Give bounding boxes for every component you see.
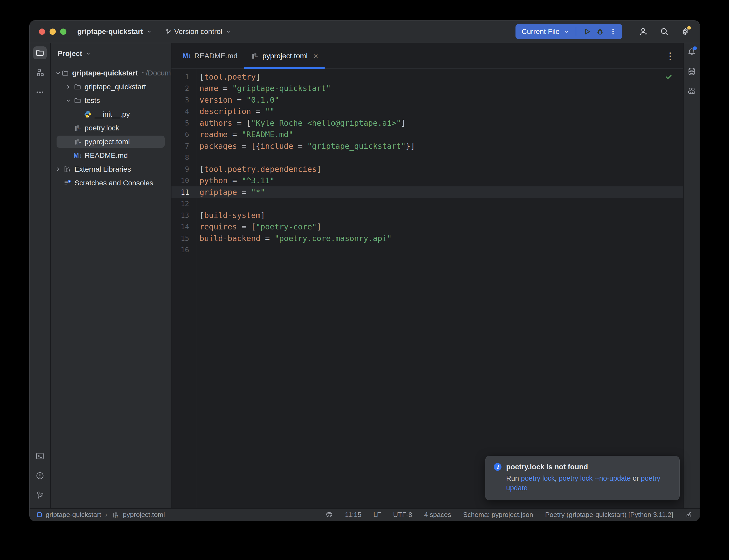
chevron-down-icon[interactable]	[55, 70, 61, 76]
tree-item-pyproject-toml[interactable]: [T]pyproject.toml	[51, 135, 171, 149]
divider	[576, 27, 576, 36]
indent-widget[interactable]: 4 spaces	[424, 511, 451, 519]
tree-item-label: External Libraries	[74, 165, 131, 173]
code-line-10[interactable]: 10python = "^3.11"	[171, 175, 683, 187]
toml-icon: [T]	[74, 138, 81, 146]
git-branch-icon	[36, 491, 44, 500]
code-line-15[interactable]: 15build-backend = "poetry.core.masonry.a…	[171, 233, 683, 244]
encoding-widget[interactable]: UTF-8	[393, 511, 412, 519]
chevron-right-icon[interactable]	[65, 84, 74, 90]
folder-icon	[36, 48, 44, 57]
search-everywhere-button[interactable]	[660, 27, 669, 36]
notification-balloon: i poetry.lock is not found Run poetry lo…	[485, 456, 680, 500]
copilot-status-button[interactable]	[325, 511, 333, 519]
more-run-options-button[interactable]	[608, 27, 618, 36]
tree-item-readme-md[interactable]: M↓README.md	[51, 149, 171, 162]
caret-position-widget[interactable]: 11:15	[345, 511, 361, 519]
close-tab-icon[interactable]: ×	[313, 52, 318, 60]
version-control-tool-button[interactable]	[33, 489, 47, 502]
desktop: { "titlebar": { "project_button": "gript…	[0, 0, 729, 560]
settings-button[interactable]	[681, 27, 690, 36]
vcs-widget[interactable]: Version control	[165, 27, 231, 36]
code-line-8[interactable]: 8	[171, 152, 683, 164]
project-tool-button[interactable]	[33, 46, 47, 59]
terminal-tool-button[interactable]	[33, 450, 47, 463]
problems-tool-button[interactable]	[33, 469, 47, 482]
code-line-12[interactable]: 12	[171, 198, 683, 210]
poetry-lock-no-update-link[interactable]: poetry lock --no-update	[559, 474, 631, 482]
chevron-down-icon	[225, 29, 231, 34]
svg-text:[T]: [T]	[77, 142, 81, 145]
run-widget: Current File	[516, 24, 622, 39]
run-configuration-button[interactable]: Current File	[522, 27, 560, 36]
project-panel-header[interactable]: Project	[51, 43, 171, 64]
code-line-14[interactable]: 14requires = ["poetry-core"]	[171, 221, 683, 233]
breadcrumb-project[interactable]: griptape-quickstart	[46, 511, 101, 519]
poetry-lock-link[interactable]: poetry lock	[521, 474, 555, 482]
close-window-button[interactable]	[39, 29, 45, 35]
problems-icon	[36, 471, 44, 480]
tree-item-label: poetry.lock	[85, 124, 119, 132]
schema-widget[interactable]: Schema: pyproject.json	[463, 511, 533, 519]
markdown-icon: M↓	[183, 52, 191, 60]
zoom-window-button[interactable]	[60, 29, 66, 35]
chevron-down-icon[interactable]	[65, 97, 74, 104]
code-line-11[interactable]: 11griptape = "*"	[171, 186, 683, 198]
database-button[interactable]	[687, 67, 696, 76]
code-line-6[interactable]: 6readme = "README.md"	[171, 129, 683, 141]
code-with-me-button[interactable]	[639, 27, 648, 36]
code-line-9[interactable]: 9[tool.poetry.dependencies]	[171, 163, 683, 175]
inspections-ok-icon[interactable]	[665, 73, 672, 80]
chevron-right-icon[interactable]	[55, 166, 64, 172]
run-button[interactable]	[582, 27, 592, 36]
tree-item-external-libraries[interactable]: External Libraries	[51, 162, 171, 176]
tree-item-init-py[interactable]: __init__.py	[51, 107, 171, 121]
notifications-button[interactable]	[687, 47, 696, 56]
structure-tool-button[interactable]	[33, 66, 47, 79]
code-line-16[interactable]: 16	[171, 244, 683, 256]
line-number: 3	[171, 96, 196, 104]
code-text: [build-system]	[196, 211, 265, 220]
tab-readme-md[interactable]: M↓README.md	[176, 43, 244, 68]
breadcrumb-file[interactable]: pyproject.toml	[123, 511, 165, 519]
tree-item-label: README.md	[85, 151, 128, 160]
code-editor[interactable]: 1[tool.poetry]2name = "griptape-quicksta…	[171, 69, 683, 508]
code-line-1[interactable]: 1[tool.poetry]	[171, 71, 683, 83]
tab-options-button[interactable]: ⋮	[665, 51, 675, 61]
git-branch-icon	[165, 29, 171, 34]
folder-icon	[61, 69, 69, 77]
notification-body: Run poetry lock, poetry lock --no-update…	[506, 474, 672, 493]
line-separator-widget[interactable]: LF	[373, 511, 381, 519]
line-number: 8	[171, 153, 196, 162]
code-line-2[interactable]: 2name = "griptape-quickstart"	[171, 83, 683, 94]
ai-assistant-button[interactable]	[687, 87, 696, 96]
project-tree: griptape-quickstart~/Documegriptape_quic…	[51, 64, 171, 190]
code-text: python = "^3.11"	[196, 176, 274, 185]
code-line-5[interactable]: 5authors = ["Kyle Roche <hello@griptape.…	[171, 117, 683, 129]
code-line-7[interactable]: 7packages = [{include = "griptape_quicks…	[171, 140, 683, 152]
more-tool-windows-button[interactable]	[33, 86, 47, 99]
info-icon: i	[494, 463, 502, 471]
tree-item-griptape-quickstart[interactable]: griptape_quickstart	[51, 80, 171, 94]
left-tool-strip	[30, 43, 51, 508]
code-line-13[interactable]: 13[build-system]	[171, 209, 683, 221]
structure-icon	[36, 68, 44, 77]
project-panel: Project griptape-quickstart~/Documegript…	[51, 43, 171, 508]
tab-pyproject-toml[interactable]: [T]pyproject.toml×	[244, 43, 325, 68]
tree-item-tests[interactable]: tests	[51, 94, 171, 107]
interpreter-widget[interactable]: Poetry (griptape-quickstart) [Python 3.1…	[545, 511, 673, 519]
tree-item-poetry-lock[interactable]: [T]poetry.lock	[51, 121, 171, 135]
project-widget[interactable]: griptape-quickstart	[77, 27, 152, 36]
tab-label: pyproject.toml	[262, 52, 307, 60]
readonly-toggle[interactable]	[685, 511, 693, 519]
tree-item-griptape-quickstart[interactable]: griptape-quickstart~/Docume	[51, 66, 171, 80]
code-line-4[interactable]: 4description = ""	[171, 106, 683, 117]
window-controls	[39, 29, 66, 35]
debug-button[interactable]	[595, 27, 605, 36]
chevron-down-icon	[146, 29, 152, 34]
code-line-3[interactable]: 3version = "0.1.0"	[171, 94, 683, 106]
tree-item-scratches-and-consoles[interactable]: Scratches and Consoles	[51, 176, 171, 190]
breadcrumbs: griptape-quickstart › [T] pyproject.toml	[37, 511, 165, 519]
chevron-down-icon[interactable]	[564, 29, 570, 34]
minimize-window-button[interactable]	[50, 29, 56, 35]
